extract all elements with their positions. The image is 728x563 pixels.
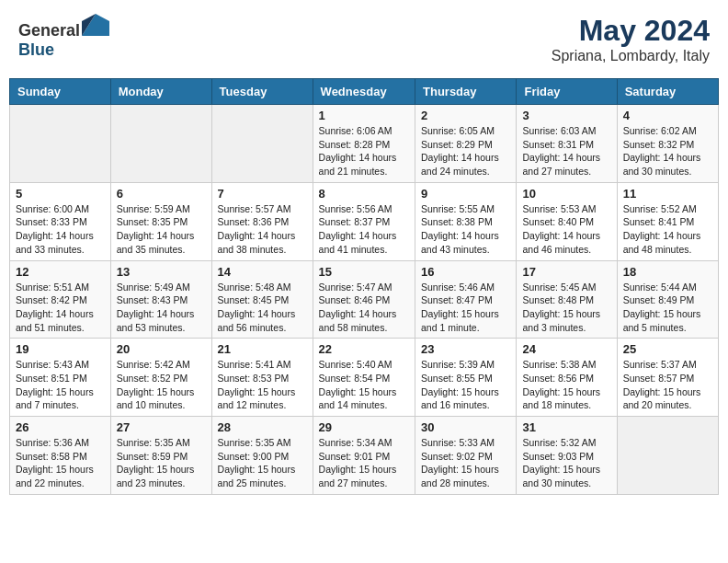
day-cell: 4Sunrise: 6:02 AM Sunset: 8:32 PM Daylig…	[617, 105, 718, 183]
day-number: 14	[218, 265, 307, 279]
day-cell	[110, 105, 211, 183]
day-number: 2	[421, 109, 510, 122]
location-subtitle: Spriana, Lombardy, Italy	[552, 48, 710, 64]
day-info: Sunrise: 6:00 AM Sunset: 8:33 PM Dayligh…	[16, 202, 105, 257]
day-cell: 6Sunrise: 5:59 AM Sunset: 8:35 PM Daylig…	[110, 182, 211, 260]
day-number: 3	[522, 109, 610, 122]
day-cell: 31Sunrise: 5:32 AM Sunset: 9:03 PM Dayli…	[517, 417, 617, 495]
day-cell: 30Sunrise: 5:33 AM Sunset: 9:02 PM Dayli…	[415, 417, 517, 495]
logo-text: General Blue	[18, 14, 109, 60]
day-header-friday: Friday	[517, 79, 617, 105]
logo-blue: Blue	[18, 40, 54, 59]
day-number: 23	[421, 342, 510, 356]
day-cell: 27Sunrise: 5:35 AM Sunset: 8:59 PM Dayli…	[110, 417, 211, 495]
day-info: Sunrise: 5:40 AM Sunset: 8:54 PM Dayligh…	[319, 358, 409, 412]
day-info: Sunrise: 5:39 AM Sunset: 8:55 PM Dayligh…	[421, 358, 510, 412]
day-info: Sunrise: 6:02 AM Sunset: 8:32 PM Dayligh…	[623, 124, 712, 178]
logo: General Blue	[18, 14, 109, 60]
day-info: Sunrise: 5:44 AM Sunset: 8:49 PM Dayligh…	[623, 281, 712, 335]
day-number: 20	[117, 342, 206, 356]
day-number: 24	[522, 342, 610, 356]
calendar-table: SundayMondayTuesdayWednesdayThursdayFrid…	[9, 78, 719, 495]
day-number: 1	[319, 109, 409, 122]
day-info: Sunrise: 5:47 AM Sunset: 8:46 PM Dayligh…	[319, 281, 409, 335]
day-number: 27	[117, 420, 206, 434]
day-cell: 13Sunrise: 5:49 AM Sunset: 8:43 PM Dayli…	[110, 260, 211, 339]
day-info: Sunrise: 5:55 AM Sunset: 8:38 PM Dayligh…	[421, 202, 510, 257]
day-info: Sunrise: 5:42 AM Sunset: 8:52 PM Dayligh…	[117, 358, 206, 412]
day-cell: 12Sunrise: 5:51 AM Sunset: 8:42 PM Dayli…	[10, 260, 111, 339]
day-info: Sunrise: 6:03 AM Sunset: 8:31 PM Dayligh…	[522, 124, 610, 178]
day-info: Sunrise: 5:32 AM Sunset: 9:03 PM Dayligh…	[522, 436, 610, 490]
day-number: 28	[218, 420, 307, 434]
day-cell: 25Sunrise: 5:37 AM Sunset: 8:57 PM Dayli…	[617, 339, 718, 417]
day-info: Sunrise: 5:41 AM Sunset: 8:53 PM Dayligh…	[218, 358, 307, 412]
day-number: 18	[623, 265, 712, 279]
day-info: Sunrise: 5:43 AM Sunset: 8:51 PM Dayligh…	[16, 358, 105, 412]
day-cell: 26Sunrise: 5:36 AM Sunset: 8:58 PM Dayli…	[10, 417, 111, 495]
day-info: Sunrise: 5:48 AM Sunset: 8:45 PM Dayligh…	[218, 281, 307, 335]
day-number: 7	[218, 187, 307, 201]
day-number: 11	[623, 187, 712, 201]
day-info: Sunrise: 5:45 AM Sunset: 8:48 PM Dayligh…	[522, 281, 610, 335]
day-number: 8	[319, 187, 409, 201]
day-number: 10	[522, 187, 610, 201]
day-info: Sunrise: 5:38 AM Sunset: 8:56 PM Dayligh…	[522, 358, 610, 412]
day-info: Sunrise: 5:33 AM Sunset: 9:02 PM Dayligh…	[421, 436, 510, 490]
day-number: 29	[319, 420, 409, 434]
week-row-2: 5Sunrise: 6:00 AM Sunset: 8:33 PM Daylig…	[10, 182, 719, 260]
day-number: 22	[319, 342, 409, 356]
day-info: Sunrise: 5:49 AM Sunset: 8:43 PM Dayligh…	[117, 281, 206, 335]
day-number: 5	[16, 187, 105, 201]
day-info: Sunrise: 5:59 AM Sunset: 8:35 PM Dayligh…	[117, 202, 206, 257]
day-cell: 28Sunrise: 5:35 AM Sunset: 9:00 PM Dayli…	[211, 417, 313, 495]
day-cell: 14Sunrise: 5:48 AM Sunset: 8:45 PM Dayli…	[211, 260, 313, 339]
day-number: 13	[117, 265, 206, 279]
day-number: 12	[16, 265, 105, 279]
day-cell: 1Sunrise: 6:06 AM Sunset: 8:28 PM Daylig…	[313, 105, 415, 183]
day-cell	[10, 105, 111, 183]
day-cell: 23Sunrise: 5:39 AM Sunset: 8:55 PM Dayli…	[415, 339, 517, 417]
day-info: Sunrise: 5:57 AM Sunset: 8:36 PM Dayligh…	[218, 202, 307, 257]
page-header: General Blue May 2024 Spriana, Lombardy,…	[9, 9, 719, 69]
day-cell: 18Sunrise: 5:44 AM Sunset: 8:49 PM Dayli…	[617, 260, 718, 339]
day-cell: 29Sunrise: 5:34 AM Sunset: 9:01 PM Dayli…	[313, 417, 415, 495]
day-info: Sunrise: 6:05 AM Sunset: 8:29 PM Dayligh…	[421, 124, 510, 178]
day-cell: 20Sunrise: 5:42 AM Sunset: 8:52 PM Dayli…	[110, 339, 211, 417]
week-row-4: 19Sunrise: 5:43 AM Sunset: 8:51 PM Dayli…	[10, 339, 719, 417]
day-cell	[211, 105, 313, 183]
calendar-header-row: SundayMondayTuesdayWednesdayThursdayFrid…	[10, 79, 719, 105]
week-row-3: 12Sunrise: 5:51 AM Sunset: 8:42 PM Dayli…	[10, 260, 719, 339]
day-number: 31	[522, 420, 610, 434]
day-number: 9	[421, 187, 510, 201]
day-header-monday: Monday	[110, 79, 211, 105]
day-number: 4	[623, 109, 712, 122]
logo-icon	[82, 14, 109, 36]
day-header-sunday: Sunday	[10, 79, 111, 105]
day-cell: 17Sunrise: 5:45 AM Sunset: 8:48 PM Dayli…	[517, 260, 617, 339]
day-cell: 15Sunrise: 5:47 AM Sunset: 8:46 PM Dayli…	[313, 260, 415, 339]
day-header-wednesday: Wednesday	[313, 79, 415, 105]
title-block: May 2024 Spriana, Lombardy, Italy	[552, 14, 710, 64]
day-info: Sunrise: 5:34 AM Sunset: 9:01 PM Dayligh…	[319, 436, 409, 490]
day-number: 6	[117, 187, 206, 201]
day-cell: 9Sunrise: 5:55 AM Sunset: 8:38 PM Daylig…	[415, 182, 517, 260]
day-header-thursday: Thursday	[415, 79, 517, 105]
day-cell: 21Sunrise: 5:41 AM Sunset: 8:53 PM Dayli…	[211, 339, 313, 417]
day-cell: 3Sunrise: 6:03 AM Sunset: 8:31 PM Daylig…	[517, 105, 617, 183]
day-info: Sunrise: 5:46 AM Sunset: 8:47 PM Dayligh…	[421, 281, 510, 335]
day-number: 16	[421, 265, 510, 279]
day-info: Sunrise: 5:51 AM Sunset: 8:42 PM Dayligh…	[16, 281, 105, 335]
day-cell: 7Sunrise: 5:57 AM Sunset: 8:36 PM Daylig…	[211, 182, 313, 260]
day-cell	[617, 417, 718, 495]
day-number: 30	[421, 420, 510, 434]
day-cell: 19Sunrise: 5:43 AM Sunset: 8:51 PM Dayli…	[10, 339, 111, 417]
day-header-saturday: Saturday	[617, 79, 718, 105]
day-cell: 11Sunrise: 5:52 AM Sunset: 8:41 PM Dayli…	[617, 182, 718, 260]
day-info: Sunrise: 5:56 AM Sunset: 8:37 PM Dayligh…	[319, 202, 409, 257]
day-info: Sunrise: 5:36 AM Sunset: 8:58 PM Dayligh…	[16, 436, 105, 490]
day-cell: 5Sunrise: 6:00 AM Sunset: 8:33 PM Daylig…	[10, 182, 111, 260]
day-header-tuesday: Tuesday	[211, 79, 313, 105]
day-info: Sunrise: 5:35 AM Sunset: 8:59 PM Dayligh…	[117, 436, 206, 490]
day-number: 25	[623, 342, 712, 356]
